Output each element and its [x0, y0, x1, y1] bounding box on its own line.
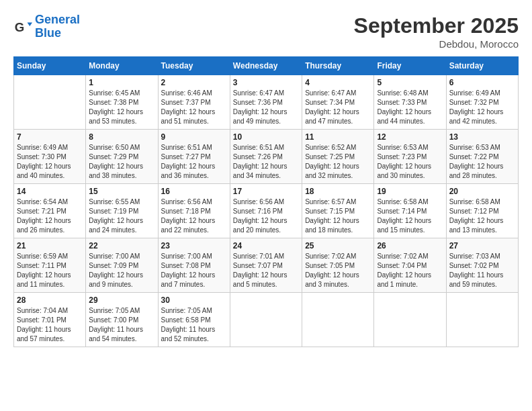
day-info: Sunrise: 7:03 AM Sunset: 7:02 PM Dayligh… [449, 252, 515, 289]
day-cell: 23Sunrise: 7:00 AM Sunset: 7:08 PM Dayli… [158, 238, 230, 293]
day-info: Sunrise: 7:02 AM Sunset: 7:05 PM Dayligh… [305, 252, 371, 289]
day-cell: 12Sunrise: 6:53 AM Sunset: 7:23 PM Dayli… [374, 130, 446, 184]
logo: G General Blue [13, 13, 80, 40]
day-cell: 17Sunrise: 6:56 AM Sunset: 7:16 PM Dayli… [230, 184, 302, 238]
day-cell: 20Sunrise: 6:58 AM Sunset: 7:12 PM Dayli… [446, 184, 518, 238]
day-number: 13 [449, 132, 515, 142]
day-cell: 30Sunrise: 7:05 AM Sunset: 6:58 PM Dayli… [158, 293, 230, 347]
logo-icon: G [13, 17, 32, 36]
day-cell: 10Sunrise: 6:51 AM Sunset: 7:26 PM Dayli… [230, 130, 302, 184]
day-info: Sunrise: 6:59 AM Sunset: 7:11 PM Dayligh… [17, 252, 83, 289]
day-number: 21 [17, 241, 83, 250]
weekday-header-sunday: Sunday [14, 57, 86, 75]
day-number: 10 [233, 132, 299, 142]
calendar-table: SundayMondayTuesdayWednesdayThursdayFrid… [13, 56, 519, 347]
day-cell: 9Sunrise: 6:51 AM Sunset: 7:27 PM Daylig… [158, 130, 230, 184]
day-cell: 22Sunrise: 7:00 AM Sunset: 7:09 PM Dayli… [86, 238, 158, 293]
day-number: 18 [305, 187, 371, 196]
svg-text:G: G [15, 19, 25, 34]
day-number: 1 [89, 78, 154, 87]
day-number: 11 [305, 132, 371, 142]
day-cell: 6Sunrise: 6:49 AM Sunset: 7:32 PM Daylig… [446, 75, 518, 130]
day-cell: 25Sunrise: 7:02 AM Sunset: 7:05 PM Dayli… [302, 238, 374, 293]
day-cell: 19Sunrise: 6:58 AM Sunset: 7:14 PM Dayli… [374, 184, 446, 238]
day-number: 20 [449, 187, 515, 196]
day-number: 26 [377, 241, 443, 250]
day-cell: 21Sunrise: 6:59 AM Sunset: 7:11 PM Dayli… [14, 238, 86, 293]
day-info: Sunrise: 7:05 AM Sunset: 6:58 PM Dayligh… [161, 306, 227, 344]
logo-line1: General [35, 13, 80, 26]
day-info: Sunrise: 6:54 AM Sunset: 7:21 PM Dayligh… [17, 197, 83, 235]
day-number: 14 [17, 187, 83, 196]
week-row-3: 14Sunrise: 6:54 AM Sunset: 7:21 PM Dayli… [14, 184, 519, 238]
day-info: Sunrise: 6:53 AM Sunset: 7:22 PM Dayligh… [449, 143, 515, 181]
logo-text: General Blue [35, 13, 80, 40]
day-cell: 2Sunrise: 6:46 AM Sunset: 7:37 PM Daylig… [158, 75, 230, 130]
day-info: Sunrise: 6:45 AM Sunset: 7:38 PM Dayligh… [89, 89, 154, 126]
day-number: 27 [449, 241, 515, 250]
week-row-2: 7Sunrise: 6:49 AM Sunset: 7:30 PM Daylig… [14, 130, 519, 184]
weekday-header-wednesday: Wednesday [230, 57, 302, 75]
day-cell [302, 293, 374, 347]
day-number: 29 [89, 295, 154, 305]
weekday-header-tuesday: Tuesday [158, 57, 230, 75]
day-number: 4 [305, 78, 371, 87]
day-cell: 3Sunrise: 6:47 AM Sunset: 7:36 PM Daylig… [230, 75, 302, 130]
day-number: 19 [377, 187, 443, 196]
calendar-body: 1Sunrise: 6:45 AM Sunset: 7:38 PM Daylig… [14, 75, 519, 347]
day-number: 24 [233, 241, 299, 250]
day-number: 22 [89, 241, 154, 250]
day-info: Sunrise: 6:53 AM Sunset: 7:23 PM Dayligh… [377, 143, 443, 181]
day-cell: 24Sunrise: 7:01 AM Sunset: 7:07 PM Dayli… [230, 238, 302, 293]
day-number: 17 [233, 187, 299, 196]
day-cell: 1Sunrise: 6:45 AM Sunset: 7:38 PM Daylig… [86, 75, 158, 130]
day-info: Sunrise: 6:52 AM Sunset: 7:25 PM Dayligh… [305, 143, 371, 181]
day-info: Sunrise: 7:00 AM Sunset: 7:09 PM Dayligh… [89, 252, 154, 289]
day-info: Sunrise: 6:48 AM Sunset: 7:33 PM Dayligh… [377, 89, 443, 126]
day-cell: 11Sunrise: 6:52 AM Sunset: 7:25 PM Dayli… [302, 130, 374, 184]
day-cell: 13Sunrise: 6:53 AM Sunset: 7:22 PM Dayli… [446, 130, 518, 184]
day-info: Sunrise: 7:02 AM Sunset: 7:04 PM Dayligh… [377, 252, 443, 289]
day-info: Sunrise: 6:47 AM Sunset: 7:36 PM Dayligh… [233, 89, 299, 126]
title-block: September 2025 Debdou, Morocco [354, 13, 519, 50]
day-info: Sunrise: 6:58 AM Sunset: 7:14 PM Dayligh… [377, 197, 443, 235]
day-number: 6 [449, 78, 515, 87]
day-cell: 28Sunrise: 7:04 AM Sunset: 7:01 PM Dayli… [14, 293, 86, 347]
day-cell: 14Sunrise: 6:54 AM Sunset: 7:21 PM Dayli… [14, 184, 86, 238]
day-info: Sunrise: 7:00 AM Sunset: 7:08 PM Dayligh… [161, 252, 227, 289]
weekday-header-monday: Monday [86, 57, 158, 75]
day-number: 2 [161, 78, 227, 87]
day-cell: 7Sunrise: 6:49 AM Sunset: 7:30 PM Daylig… [14, 130, 86, 184]
day-cell: 27Sunrise: 7:03 AM Sunset: 7:02 PM Dayli… [446, 238, 518, 293]
day-number: 30 [161, 295, 227, 305]
page-header: G General Blue September 2025 Debdou, Mo… [13, 13, 519, 50]
day-info: Sunrise: 6:56 AM Sunset: 7:18 PM Dayligh… [161, 197, 227, 235]
day-info: Sunrise: 6:51 AM Sunset: 7:27 PM Dayligh… [161, 143, 227, 181]
day-cell: 5Sunrise: 6:48 AM Sunset: 7:33 PM Daylig… [374, 75, 446, 130]
day-number: 15 [89, 187, 154, 196]
day-info: Sunrise: 6:51 AM Sunset: 7:26 PM Dayligh… [233, 143, 299, 181]
day-cell: 29Sunrise: 7:05 AM Sunset: 7:00 PM Dayli… [86, 293, 158, 347]
day-info: Sunrise: 6:55 AM Sunset: 7:19 PM Dayligh… [89, 197, 154, 235]
day-number: 28 [17, 295, 83, 305]
day-info: Sunrise: 6:56 AM Sunset: 7:16 PM Dayligh… [233, 197, 299, 235]
day-cell [374, 293, 446, 347]
day-number: 8 [89, 132, 154, 142]
day-info: Sunrise: 6:49 AM Sunset: 7:30 PM Dayligh… [17, 143, 83, 181]
weekday-header-thursday: Thursday [302, 57, 374, 75]
day-number: 5 [377, 78, 443, 87]
day-cell: 18Sunrise: 6:57 AM Sunset: 7:15 PM Dayli… [302, 184, 374, 238]
svg-marker-1 [28, 22, 32, 26]
day-number: 3 [233, 78, 299, 87]
day-cell [14, 75, 86, 130]
day-number: 25 [305, 241, 371, 250]
day-number: 23 [161, 241, 227, 250]
day-number: 7 [17, 132, 83, 142]
day-cell [230, 293, 302, 347]
weekday-header-row: SundayMondayTuesdayWednesdayThursdayFrid… [14, 57, 519, 75]
day-info: Sunrise: 7:04 AM Sunset: 7:01 PM Dayligh… [17, 306, 83, 344]
logo-line2: Blue [35, 26, 61, 40]
day-info: Sunrise: 6:58 AM Sunset: 7:12 PM Dayligh… [449, 197, 515, 235]
week-row-4: 21Sunrise: 6:59 AM Sunset: 7:11 PM Dayli… [14, 238, 519, 293]
day-number: 16 [161, 187, 227, 196]
